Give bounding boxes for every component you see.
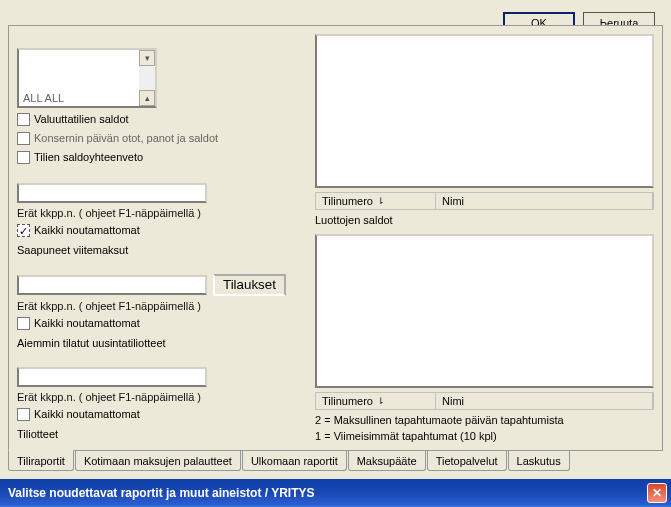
viitemaksut-heading: Saapuneet viitemaksut bbox=[17, 244, 128, 256]
tiliotteet-input[interactable] bbox=[17, 367, 207, 387]
col-tilinumero-top[interactable]: Tilinumero ⇂ bbox=[316, 393, 436, 409]
uusinta-note: Erät kkpp.n. ( ohjeet F1-näppäimellä ) bbox=[17, 300, 201, 312]
dialog-window: Valitse noudettavat raportit ja muut ain… bbox=[0, 0, 671, 507]
scroll-down-icon[interactable]: ▾ bbox=[139, 50, 155, 66]
sort-icon: ⇂ bbox=[377, 396, 385, 406]
uusinta-kaikki-checkbox[interactable] bbox=[17, 317, 30, 330]
tab-tiliraportit[interactable]: Tiliraportit bbox=[8, 450, 74, 471]
bottom-grid-body[interactable] bbox=[315, 34, 654, 188]
konserni-checkbox[interactable] bbox=[17, 132, 30, 145]
col-nimi-top[interactable]: Nimi bbox=[436, 393, 653, 409]
close-button[interactable]: ✕ bbox=[647, 483, 667, 503]
uusinta-kaikki-label: Kaikki noutamattomat bbox=[34, 318, 140, 330]
col-nimi-bottom[interactable]: Nimi bbox=[436, 193, 653, 209]
tiliotteet-heading: Tiliotteet bbox=[17, 428, 58, 440]
valuutta-label: Valuuttatilien saldot bbox=[34, 114, 129, 126]
top-grid-header: Tilinumero ⇂ Nimi bbox=[315, 392, 654, 410]
tab-maksupaate[interactable]: Maksupääte bbox=[348, 451, 426, 471]
listbox-item-all: ALL ALL bbox=[23, 92, 135, 104]
viitemaksut-kaikki-label: Kaikki noutamattomat bbox=[34, 225, 140, 237]
bottom-grid-header: Tilinumero ⇂ Nimi bbox=[315, 192, 654, 210]
tilaukset-button[interactable]: Tilaukset bbox=[213, 274, 286, 296]
top-grid-body[interactable] bbox=[315, 234, 654, 388]
valuutta-checkbox[interactable] bbox=[17, 113, 30, 126]
luottojen-saldot-heading: Luottojen saldot bbox=[315, 214, 393, 226]
uusinta-input[interactable] bbox=[17, 275, 207, 295]
left-column: Tiliotteet Kaikki noutamattomat Erät kkp… bbox=[17, 34, 309, 442]
right-note-1: 1 = Viimeisimmät tapahtumat (10 kpl) bbox=[315, 430, 497, 442]
viitemaksut-kaikki-checkbox[interactable] bbox=[17, 224, 30, 237]
tab-content: Tiliotteet Kaikki noutamattomat Erät kkp… bbox=[8, 25, 663, 451]
listbox-scrollbar[interactable]: ▴ ▾ bbox=[139, 50, 155, 106]
titlebar: Valitse noudettavat raportit ja muut ain… bbox=[0, 479, 671, 507]
tab-tietopalvelut[interactable]: Tietopalvelut bbox=[427, 451, 507, 471]
close-icon: ✕ bbox=[652, 486, 662, 500]
tiliotteet-kaikki-label: Kaikki noutamattomat bbox=[34, 409, 140, 421]
right-note-2: 2 = Maksullinen tapahtumaote päivän tapa… bbox=[315, 414, 564, 426]
accounts-listbox[interactable]: ALL ALL ▴ ▾ bbox=[17, 48, 157, 108]
saldoyhteenveto-label: Tilien saldoyhteenveto bbox=[34, 152, 143, 164]
tiliotteet-kaikki-checkbox[interactable] bbox=[17, 408, 30, 421]
scroll-track[interactable] bbox=[139, 66, 155, 90]
dialog-body: Tiliraportit Kotimaan maksujen palauttee… bbox=[0, 0, 671, 479]
scroll-up-icon[interactable]: ▴ bbox=[139, 90, 155, 106]
listbox-content: ALL ALL bbox=[19, 50, 139, 106]
viitemaksut-input[interactable] bbox=[17, 183, 207, 203]
konserni-label: Konsernin päivän otot, panot ja saldot bbox=[34, 133, 218, 145]
tab-strip: Tiliraportit Kotimaan maksujen palauttee… bbox=[8, 451, 663, 471]
uusinta-heading: Aiemmin tilatut uusintatiliotteet bbox=[17, 337, 166, 349]
tab-ulkomaan[interactable]: Ulkomaan raportit bbox=[242, 451, 347, 471]
tab-kotimaan[interactable]: Kotimaan maksujen palautteet bbox=[75, 451, 241, 471]
right-column: 1 = Viimeisimmät tapahtumat (10 kpl) 2 =… bbox=[315, 34, 654, 442]
saldoyhteenveto-checkbox[interactable] bbox=[17, 151, 30, 164]
viitemaksut-note: Erät kkpp.n. ( ohjeet F1-näppäimellä ) bbox=[17, 207, 201, 219]
sort-icon-bottom: ⇂ bbox=[377, 196, 385, 206]
tiliotteet-note: Erät kkpp.n. ( ohjeet F1-näppäimellä ) bbox=[17, 391, 201, 403]
window-title: Valitse noudettavat raportit ja muut ain… bbox=[8, 486, 647, 500]
tab-laskutus[interactable]: Laskutus bbox=[508, 451, 570, 471]
col-tilinumero-bottom[interactable]: Tilinumero ⇂ bbox=[316, 193, 436, 209]
